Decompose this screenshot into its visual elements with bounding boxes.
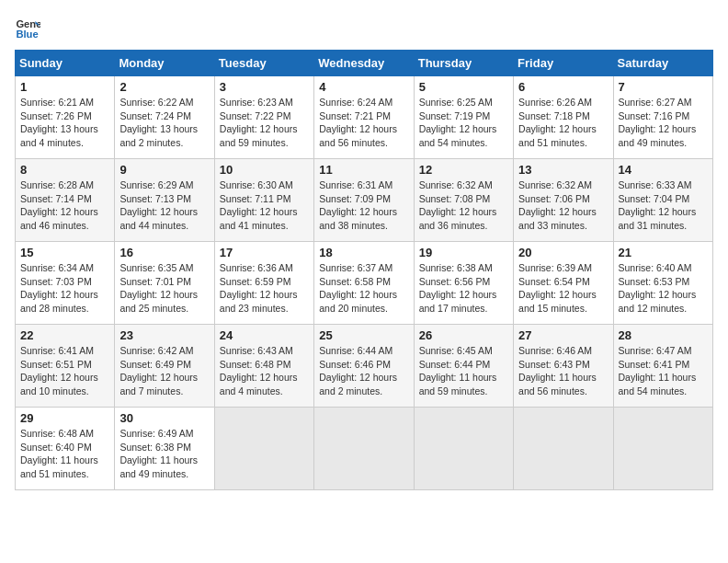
table-row: 23 Sunrise: 6:42 AM Sunset: 6:49 PM Dayl… bbox=[115, 325, 214, 408]
day-info: Sunrise: 6:30 AM Sunset: 7:11 PM Dayligh… bbox=[220, 178, 309, 233]
day-info: Sunrise: 6:22 AM Sunset: 7:24 PM Dayligh… bbox=[119, 96, 209, 150]
day-info: Sunrise: 6:27 AM Sunset: 7:16 PM Dayligh… bbox=[619, 96, 708, 150]
table-row: 27 Sunrise: 6:46 AM Sunset: 6:43 PM Dayl… bbox=[514, 325, 613, 408]
daylight-text: Daylight: 12 hours and 25 minutes. bbox=[119, 288, 209, 315]
sunrise-text: Sunrise: 6:39 AM bbox=[518, 261, 608, 275]
header-sunday: Sunday bbox=[16, 51, 115, 76]
table-row: 22 Sunrise: 6:41 AM Sunset: 6:51 PM Dayl… bbox=[16, 325, 115, 408]
calendar-row: 15 Sunrise: 6:34 AM Sunset: 7:03 PM Dayl… bbox=[16, 242, 713, 325]
sunrise-text: Sunrise: 6:27 AM bbox=[619, 96, 708, 109]
table-row: 5 Sunrise: 6:25 AM Sunset: 7:19 PM Dayli… bbox=[414, 76, 513, 159]
header-wednesday: Wednesday bbox=[314, 51, 414, 76]
table-row: 8 Sunrise: 6:28 AM Sunset: 7:14 PM Dayli… bbox=[16, 159, 115, 242]
sunset-text: Sunset: 6:56 PM bbox=[419, 275, 508, 289]
daylight-text: Daylight: 12 hours and 59 minutes. bbox=[220, 122, 309, 149]
daylight-text: Daylight: 12 hours and 56 minutes. bbox=[319, 122, 408, 149]
day-number: 6 bbox=[518, 80, 608, 94]
day-number: 2 bbox=[119, 80, 209, 94]
sunset-text: Sunset: 7:13 PM bbox=[119, 192, 209, 206]
sunset-text: Sunset: 6:53 PM bbox=[619, 275, 708, 289]
daylight-text: Daylight: 12 hours and 49 minutes. bbox=[619, 122, 708, 149]
weekday-header-row: Sunday Monday Tuesday Wednesday Thursday… bbox=[16, 51, 713, 76]
day-info: Sunrise: 6:34 AM Sunset: 7:03 PM Dayligh… bbox=[20, 261, 109, 316]
table-row: 24 Sunrise: 6:43 AM Sunset: 6:48 PM Dayl… bbox=[214, 325, 313, 408]
sunset-text: Sunset: 6:51 PM bbox=[20, 358, 109, 372]
day-info: Sunrise: 6:40 AM Sunset: 6:53 PM Dayligh… bbox=[619, 261, 708, 316]
table-row: 7 Sunrise: 6:27 AM Sunset: 7:16 PM Dayli… bbox=[613, 76, 712, 159]
sunrise-text: Sunrise: 6:34 AM bbox=[20, 261, 109, 275]
daylight-text: Daylight: 11 hours and 59 minutes. bbox=[419, 371, 508, 397]
sunset-text: Sunset: 7:04 PM bbox=[619, 192, 708, 206]
day-number: 10 bbox=[220, 163, 309, 177]
day-number: 27 bbox=[518, 328, 608, 342]
day-number: 24 bbox=[220, 328, 309, 342]
header-tuesday: Tuesday bbox=[214, 51, 313, 76]
sunset-text: Sunset: 6:46 PM bbox=[319, 358, 408, 372]
day-number: 16 bbox=[119, 246, 209, 259]
table-row: 26 Sunrise: 6:45 AM Sunset: 6:44 PM Dayl… bbox=[414, 325, 513, 408]
day-number: 1 bbox=[20, 80, 109, 94]
day-info: Sunrise: 6:39 AM Sunset: 6:54 PM Dayligh… bbox=[518, 261, 608, 316]
day-info: Sunrise: 6:25 AM Sunset: 7:19 PM Dayligh… bbox=[419, 96, 508, 150]
daylight-text: Daylight: 12 hours and 4 minutes. bbox=[220, 371, 309, 397]
header-monday: Monday bbox=[115, 51, 214, 76]
sunrise-text: Sunrise: 6:21 AM bbox=[20, 96, 109, 109]
sunrise-text: Sunrise: 6:41 AM bbox=[20, 344, 109, 358]
sunset-text: Sunset: 6:38 PM bbox=[119, 441, 209, 454]
sunrise-text: Sunrise: 6:32 AM bbox=[419, 178, 508, 192]
day-number: 13 bbox=[518, 163, 608, 177]
table-row: 20 Sunrise: 6:39 AM Sunset: 6:54 PM Dayl… bbox=[514, 242, 613, 325]
table-row: 29 Sunrise: 6:48 AM Sunset: 6:40 PM Dayl… bbox=[16, 408, 115, 490]
daylight-text: Daylight: 12 hours and 38 minutes. bbox=[319, 205, 408, 232]
page-header: General Blue bbox=[15, 15, 713, 40]
table-row: 25 Sunrise: 6:44 AM Sunset: 6:46 PM Dayl… bbox=[314, 325, 414, 408]
daylight-text: Daylight: 12 hours and 20 minutes. bbox=[319, 288, 408, 315]
daylight-text: Daylight: 13 hours and 2 minutes. bbox=[119, 122, 209, 149]
sunrise-text: Sunrise: 6:26 AM bbox=[518, 96, 608, 109]
sunrise-text: Sunrise: 6:48 AM bbox=[20, 427, 109, 441]
day-info: Sunrise: 6:21 AM Sunset: 7:26 PM Dayligh… bbox=[20, 96, 109, 150]
day-number: 5 bbox=[419, 80, 508, 94]
table-row: 6 Sunrise: 6:26 AM Sunset: 7:18 PM Dayli… bbox=[514, 76, 613, 159]
daylight-text: Daylight: 11 hours and 56 minutes. bbox=[518, 371, 608, 397]
sunrise-text: Sunrise: 6:49 AM bbox=[119, 427, 209, 441]
day-info: Sunrise: 6:35 AM Sunset: 7:01 PM Dayligh… bbox=[119, 261, 209, 316]
sunset-text: Sunset: 6:58 PM bbox=[319, 275, 408, 289]
daylight-text: Daylight: 12 hours and 12 minutes. bbox=[619, 288, 708, 315]
day-number: 3 bbox=[220, 80, 309, 94]
sunrise-text: Sunrise: 6:36 AM bbox=[220, 261, 309, 275]
day-info: Sunrise: 6:23 AM Sunset: 7:22 PM Dayligh… bbox=[220, 96, 309, 150]
table-row bbox=[314, 408, 414, 490]
daylight-text: Daylight: 12 hours and 44 minutes. bbox=[119, 205, 209, 232]
day-info: Sunrise: 6:37 AM Sunset: 6:58 PM Dayligh… bbox=[319, 261, 408, 316]
sunset-text: Sunset: 7:08 PM bbox=[419, 192, 508, 206]
table-row: 30 Sunrise: 6:49 AM Sunset: 6:38 PM Dayl… bbox=[115, 408, 214, 490]
table-row: 21 Sunrise: 6:40 AM Sunset: 6:53 PM Dayl… bbox=[613, 242, 712, 325]
day-info: Sunrise: 6:36 AM Sunset: 6:59 PM Dayligh… bbox=[220, 261, 309, 316]
daylight-text: Daylight: 11 hours and 51 minutes. bbox=[20, 454, 109, 480]
sunset-text: Sunset: 7:01 PM bbox=[119, 275, 209, 289]
sunset-text: Sunset: 7:11 PM bbox=[220, 192, 309, 206]
sunrise-text: Sunrise: 6:29 AM bbox=[119, 178, 209, 192]
sunrise-text: Sunrise: 6:44 AM bbox=[319, 344, 408, 358]
table-row: 9 Sunrise: 6:29 AM Sunset: 7:13 PM Dayli… bbox=[115, 159, 214, 242]
day-info: Sunrise: 6:44 AM Sunset: 6:46 PM Dayligh… bbox=[319, 344, 408, 398]
day-number: 30 bbox=[119, 411, 209, 425]
day-info: Sunrise: 6:47 AM Sunset: 6:41 PM Dayligh… bbox=[619, 344, 708, 398]
daylight-text: Daylight: 12 hours and 36 minutes. bbox=[419, 205, 508, 232]
day-info: Sunrise: 6:41 AM Sunset: 6:51 PM Dayligh… bbox=[20, 344, 109, 398]
day-number: 28 bbox=[619, 328, 708, 342]
sunrise-text: Sunrise: 6:38 AM bbox=[419, 261, 508, 275]
daylight-text: Daylight: 11 hours and 49 minutes. bbox=[119, 454, 209, 480]
day-info: Sunrise: 6:31 AM Sunset: 7:09 PM Dayligh… bbox=[319, 178, 408, 233]
daylight-text: Daylight: 12 hours and 54 minutes. bbox=[419, 122, 508, 149]
calendar-row: 22 Sunrise: 6:41 AM Sunset: 6:51 PM Dayl… bbox=[16, 325, 713, 408]
sunset-text: Sunset: 7:19 PM bbox=[419, 109, 508, 123]
day-number: 14 bbox=[619, 163, 708, 177]
day-number: 19 bbox=[419, 246, 508, 259]
table-row: 14 Sunrise: 6:33 AM Sunset: 7:04 PM Dayl… bbox=[613, 159, 712, 242]
table-row: 3 Sunrise: 6:23 AM Sunset: 7:22 PM Dayli… bbox=[214, 76, 313, 159]
day-info: Sunrise: 6:26 AM Sunset: 7:18 PM Dayligh… bbox=[518, 96, 608, 150]
sunrise-text: Sunrise: 6:47 AM bbox=[619, 344, 708, 358]
table-row bbox=[613, 408, 712, 490]
